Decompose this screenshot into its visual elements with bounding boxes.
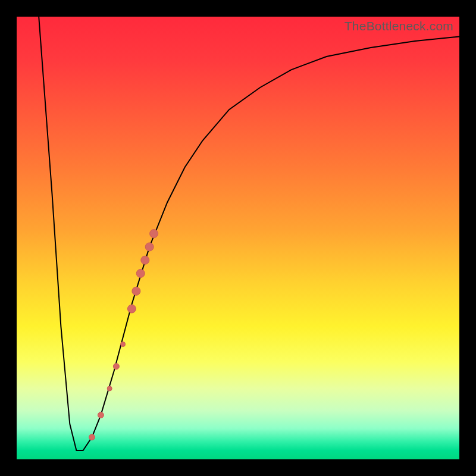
chart-svg — [17, 17, 459, 459]
data-point — [107, 386, 112, 391]
data-point — [121, 342, 126, 347]
data-point — [141, 256, 149, 264]
data-point — [127, 305, 136, 313]
data-point — [98, 412, 104, 418]
data-point — [145, 243, 154, 251]
plot-area: TheBottleneck.com — [17, 17, 459, 459]
bottleneck-curve — [39, 17, 459, 450]
chart-frame: TheBottleneck.com — [0, 0, 476, 476]
data-point — [136, 270, 145, 278]
data-point — [113, 364, 119, 369]
data-point — [132, 287, 140, 295]
data-point — [150, 230, 158, 238]
data-point — [89, 434, 95, 440]
